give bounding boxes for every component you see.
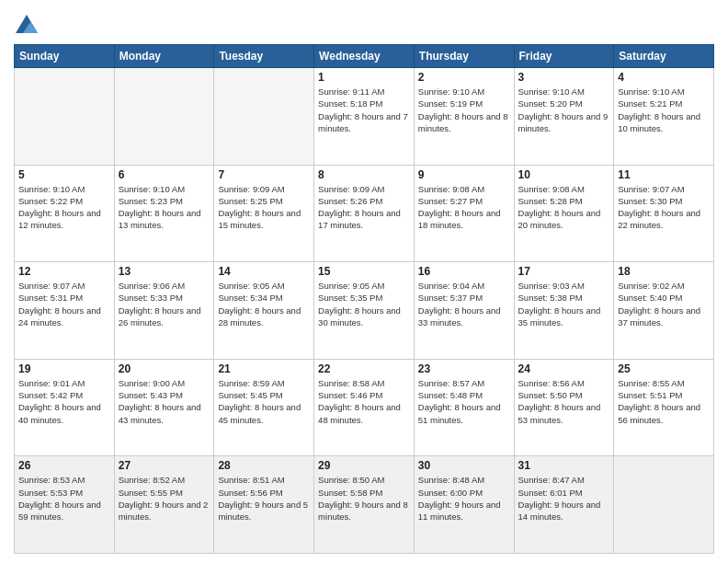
day-info: Sunrise: 9:05 AM Sunset: 5:35 PM Dayligh…	[318, 280, 410, 328]
day-number: 20	[119, 362, 210, 375]
day-cell	[214, 68, 314, 166]
day-cell	[15, 68, 115, 166]
week-row-0: 1Sunrise: 9:11 AM Sunset: 5:18 PM Daylig…	[15, 68, 714, 166]
day-number: 7	[218, 168, 310, 181]
day-number: 17	[518, 265, 610, 278]
day-number: 9	[418, 168, 510, 181]
day-info: Sunrise: 9:10 AM Sunset: 5:23 PM Dayligh…	[119, 183, 210, 232]
day-header-saturday: Saturday	[614, 45, 714, 68]
day-info: Sunrise: 8:53 AM Sunset: 5:53 PM Dayligh…	[18, 474, 110, 523]
day-number: 31	[518, 459, 610, 472]
day-number: 8	[318, 168, 410, 181]
day-cell: 5Sunrise: 9:10 AM Sunset: 5:22 PM Daylig…	[15, 165, 115, 262]
day-info: Sunrise: 9:03 AM Sunset: 5:38 PM Dayligh…	[518, 280, 610, 328]
day-info: Sunrise: 8:57 AM Sunset: 5:48 PM Dayligh…	[418, 377, 510, 426]
day-number: 27	[119, 459, 210, 472]
day-cell: 3Sunrise: 9:10 AM Sunset: 5:20 PM Daylig…	[514, 68, 614, 166]
day-cell: 22Sunrise: 8:58 AM Sunset: 5:46 PM Dayli…	[314, 359, 415, 456]
day-number: 10	[518, 168, 610, 181]
day-cell: 31Sunrise: 8:47 AM Sunset: 6:01 PM Dayli…	[514, 456, 614, 554]
day-info: Sunrise: 8:58 AM Sunset: 5:46 PM Dayligh…	[318, 377, 410, 426]
day-number: 25	[618, 362, 710, 375]
day-header-friday: Friday	[514, 45, 614, 68]
day-number: 19	[18, 362, 110, 375]
day-cell: 19Sunrise: 9:01 AM Sunset: 5:42 PM Dayli…	[15, 359, 115, 456]
day-info: Sunrise: 9:04 AM Sunset: 5:37 PM Dayligh…	[418, 280, 510, 328]
day-info: Sunrise: 9:10 AM Sunset: 5:21 PM Dayligh…	[618, 86, 710, 134]
day-cell: 26Sunrise: 8:53 AM Sunset: 5:53 PM Dayli…	[15, 456, 115, 554]
day-info: Sunrise: 9:00 AM Sunset: 5:43 PM Dayligh…	[119, 377, 210, 426]
day-number: 22	[318, 362, 410, 375]
day-cell: 25Sunrise: 8:55 AM Sunset: 5:51 PM Dayli…	[614, 359, 714, 456]
week-row-1: 5Sunrise: 9:10 AM Sunset: 5:22 PM Daylig…	[15, 165, 714, 262]
day-header-wednesday: Wednesday	[314, 45, 415, 68]
day-number: 13	[119, 265, 210, 278]
day-info: Sunrise: 9:09 AM Sunset: 5:26 PM Dayligh…	[318, 183, 410, 232]
day-cell: 30Sunrise: 8:48 AM Sunset: 6:00 PM Dayli…	[414, 456, 514, 554]
day-number: 12	[18, 265, 110, 278]
day-number: 3	[518, 71, 610, 84]
day-header-thursday: Thursday	[414, 45, 514, 68]
day-number: 18	[618, 265, 710, 278]
day-number: 11	[618, 168, 710, 181]
week-row-4: 26Sunrise: 8:53 AM Sunset: 5:53 PM Dayli…	[15, 456, 714, 554]
day-cell: 13Sunrise: 9:06 AM Sunset: 5:33 PM Dayli…	[114, 262, 214, 360]
day-info: Sunrise: 8:51 AM Sunset: 5:56 PM Dayligh…	[218, 474, 310, 523]
day-info: Sunrise: 9:10 AM Sunset: 5:19 PM Dayligh…	[418, 86, 510, 134]
day-cell: 7Sunrise: 9:09 AM Sunset: 5:25 PM Daylig…	[214, 165, 314, 262]
day-cell: 18Sunrise: 9:02 AM Sunset: 5:40 PM Dayli…	[614, 262, 714, 360]
day-info: Sunrise: 9:05 AM Sunset: 5:34 PM Dayligh…	[218, 280, 310, 328]
day-number: 21	[218, 362, 310, 375]
day-info: Sunrise: 9:02 AM Sunset: 5:40 PM Dayligh…	[618, 280, 710, 328]
day-cell: 21Sunrise: 8:59 AM Sunset: 5:45 PM Dayli…	[214, 359, 314, 456]
week-row-2: 12Sunrise: 9:07 AM Sunset: 5:31 PM Dayli…	[15, 262, 714, 360]
day-cell: 29Sunrise: 8:50 AM Sunset: 5:58 PM Dayli…	[314, 456, 415, 554]
day-cell: 10Sunrise: 9:08 AM Sunset: 5:28 PM Dayli…	[514, 165, 614, 262]
day-number: 2	[418, 71, 510, 84]
day-info: Sunrise: 9:01 AM Sunset: 5:42 PM Dayligh…	[18, 377, 110, 426]
day-number: 14	[218, 265, 310, 278]
day-number: 5	[18, 168, 110, 181]
day-info: Sunrise: 8:47 AM Sunset: 6:01 PM Dayligh…	[518, 474, 610, 523]
day-cell	[614, 456, 714, 554]
day-cell: 2Sunrise: 9:10 AM Sunset: 5:19 PM Daylig…	[414, 68, 514, 166]
day-cell: 12Sunrise: 9:07 AM Sunset: 5:31 PM Dayli…	[15, 262, 115, 360]
day-info: Sunrise: 9:10 AM Sunset: 5:20 PM Dayligh…	[518, 86, 610, 134]
day-cell: 4Sunrise: 9:10 AM Sunset: 5:21 PM Daylig…	[614, 68, 714, 166]
day-info: Sunrise: 9:10 AM Sunset: 5:22 PM Dayligh…	[18, 183, 110, 232]
day-info: Sunrise: 9:08 AM Sunset: 5:28 PM Dayligh…	[518, 183, 610, 232]
day-number: 30	[418, 459, 510, 472]
day-number: 16	[418, 265, 510, 278]
day-cell: 14Sunrise: 9:05 AM Sunset: 5:34 PM Dayli…	[214, 262, 314, 360]
day-info: Sunrise: 8:59 AM Sunset: 5:45 PM Dayligh…	[218, 377, 310, 426]
day-cell: 24Sunrise: 8:56 AM Sunset: 5:50 PM Dayli…	[514, 359, 614, 456]
logo	[14, 13, 43, 39]
day-number: 23	[418, 362, 510, 375]
day-info: Sunrise: 8:48 AM Sunset: 6:00 PM Dayligh…	[418, 474, 510, 523]
day-info: Sunrise: 8:50 AM Sunset: 5:58 PM Dayligh…	[318, 474, 410, 523]
day-number: 1	[318, 71, 410, 84]
day-number: 29	[318, 459, 410, 472]
day-info: Sunrise: 9:09 AM Sunset: 5:25 PM Dayligh…	[218, 183, 310, 232]
day-cell: 9Sunrise: 9:08 AM Sunset: 5:27 PM Daylig…	[414, 165, 514, 262]
day-cell: 20Sunrise: 9:00 AM Sunset: 5:43 PM Dayli…	[114, 359, 214, 456]
day-number: 28	[218, 459, 310, 472]
day-cell: 28Sunrise: 8:51 AM Sunset: 5:56 PM Dayli…	[214, 456, 314, 554]
day-number: 4	[618, 71, 710, 84]
week-row-3: 19Sunrise: 9:01 AM Sunset: 5:42 PM Dayli…	[15, 359, 714, 456]
day-info: Sunrise: 9:11 AM Sunset: 5:18 PM Dayligh…	[318, 86, 410, 134]
day-cell: 23Sunrise: 8:57 AM Sunset: 5:48 PM Dayli…	[414, 359, 514, 456]
day-info: Sunrise: 9:08 AM Sunset: 5:27 PM Dayligh…	[418, 183, 510, 232]
day-number: 6	[119, 168, 210, 181]
day-cell: 17Sunrise: 9:03 AM Sunset: 5:38 PM Dayli…	[514, 262, 614, 360]
day-cell: 6Sunrise: 9:10 AM Sunset: 5:23 PM Daylig…	[114, 165, 214, 262]
day-header-monday: Monday	[114, 45, 214, 68]
day-info: Sunrise: 9:07 AM Sunset: 5:30 PM Dayligh…	[618, 183, 710, 232]
day-info: Sunrise: 8:56 AM Sunset: 5:50 PM Dayligh…	[518, 377, 610, 426]
day-cell: 15Sunrise: 9:05 AM Sunset: 5:35 PM Dayli…	[314, 262, 415, 360]
day-number: 26	[18, 459, 110, 472]
day-info: Sunrise: 9:07 AM Sunset: 5:31 PM Dayligh…	[18, 280, 110, 328]
day-header-tuesday: Tuesday	[214, 45, 314, 68]
day-header-sunday: Sunday	[15, 45, 115, 68]
day-cell: 16Sunrise: 9:04 AM Sunset: 5:37 PM Dayli…	[414, 262, 514, 360]
